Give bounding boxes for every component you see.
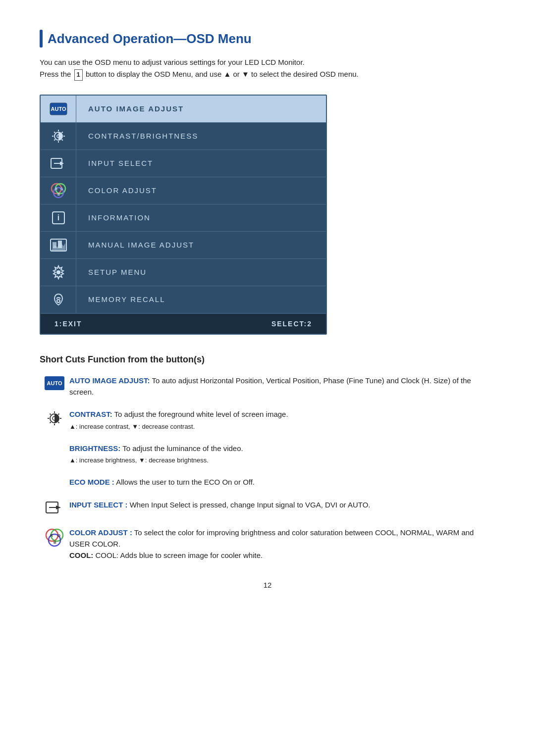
shortcut-input-icon	[40, 499, 69, 516]
osd-icon-info: i	[41, 204, 76, 231]
svg-point-28	[57, 300, 60, 302]
section-title-container: Advanced Operation—OSD Menu	[40, 30, 495, 48]
title-accent-bar	[40, 30, 43, 48]
osd-label-setup: SETUP MENU	[76, 268, 326, 276]
shortcut-contrast-icon-svg	[46, 409, 63, 427]
svg-line-36	[50, 414, 51, 415]
shortcut-brightness-extra: ▲: increase brightness, ▼: decrease brig…	[69, 456, 209, 464]
osd-icon-input	[41, 150, 76, 177]
shortcut-contrast: CONTRAST: To adjust the foreground white…	[40, 408, 495, 432]
section-title: Advanced Operation—OSD Menu	[48, 31, 252, 47]
osd-icon-manual	[41, 232, 76, 258]
shortcut-brightness-icon	[40, 443, 69, 444]
osd-label-color: COLOR ADJUST	[76, 186, 326, 195]
shortcut-contrast-label: CONTRAST:	[69, 410, 112, 418]
shortcut-color: R G B COLOR ADJUST : To select the color…	[40, 527, 495, 561]
intro-text: You can use the OSD menu to adjust vario…	[40, 56, 495, 81]
svg-text:R: R	[55, 187, 57, 191]
shortcut-eco-icon	[40, 476, 69, 477]
shortcut-contrast-icon	[40, 408, 69, 427]
contrast-icon-svg	[51, 128, 66, 144]
svg-line-10	[54, 139, 55, 140]
shortcut-color-label: COLOR ADJUST :	[69, 528, 132, 537]
shortcut-auto-label: AUTO IMAGE ADJUST:	[69, 376, 150, 385]
svg-line-38	[58, 414, 59, 415]
osd-menu-row-setup[interactable]: SETUP MENU	[41, 259, 326, 286]
osd-menu-row-auto[interactable]: AUTO AUTO IMAGE ADJUST	[41, 96, 326, 123]
svg-text:G: G	[57, 533, 60, 538]
shortcut-brightness-desc: To adjust the luminance of the video.	[120, 444, 243, 453]
shortcut-input-icon-svg	[45, 500, 64, 516]
svg-point-27	[56, 270, 60, 274]
shortcut-auto-text: AUTO IMAGE ADJUST: To auto adjust Horizo…	[69, 375, 495, 398]
svg-line-39	[50, 422, 51, 423]
shortcut-color-cool-label: COOL:	[69, 551, 93, 559]
osd-menu-items: AUTO AUTO IMAGE ADJUST	[41, 96, 326, 313]
button-box-1: 1	[74, 69, 83, 81]
shortcut-auto: AUTO AUTO IMAGE ADJUST: To auto adjust H…	[40, 375, 495, 398]
osd-menu-row-color[interactable]: R G B COLOR ADJUST	[41, 177, 326, 204]
osd-label-contrast: CONTRAST/BRIGHTNESS	[76, 132, 326, 140]
shortcut-brightness-label: BRIGHTNESS:	[69, 444, 120, 453]
svg-text:B: B	[57, 193, 60, 196]
osd-footer-exit: 1:EXIT	[54, 320, 82, 328]
shortcut-brightness: BRIGHTNESS: To adjust the luminance of t…	[40, 443, 495, 466]
osd-icon-memory	[41, 286, 76, 313]
osd-label-input: INPUT SELECT	[76, 159, 326, 167]
osd-icon-setup	[41, 259, 76, 286]
shortcut-input-desc: When Input Select is pressed, change Inp…	[128, 501, 371, 509]
osd-menu-row-memory[interactable]: MEMORY RECALL	[41, 286, 326, 313]
shortcut-color-text: COLOR ADJUST : To select the color for i…	[69, 527, 495, 561]
svg-text:B: B	[54, 540, 56, 545]
osd-menu-row-input[interactable]: INPUT SELECT	[41, 150, 326, 177]
setup-icon-svg	[51, 265, 66, 280]
osd-icon-color: R G B	[41, 177, 76, 204]
svg-line-8	[61, 139, 62, 140]
shortcut-color-icon-svg: R G B	[45, 528, 64, 548]
shortcut-eco: ECO MODE : Allows the user to turn the E…	[40, 476, 495, 488]
osd-label-info: INFORMATION	[76, 213, 326, 222]
memory-icon-svg	[51, 292, 66, 307]
osd-label-memory: MEMORY RECALL	[76, 295, 326, 303]
shortcut-auto-icon: AUTO	[40, 375, 69, 391]
svg-line-9	[61, 132, 62, 133]
osd-menu-row-info[interactable]: i INFORMATION	[41, 204, 326, 232]
shortcuts-title: Short Cuts Function from the button(s)	[40, 354, 495, 365]
svg-text:G: G	[60, 187, 63, 191]
shortcut-contrast-text: CONTRAST: To adjust the foreground white…	[69, 408, 495, 432]
osd-footer-select: SELECT:2	[271, 320, 312, 328]
shortcut-eco-desc: Allows the user to turn the ECO On or Of…	[114, 478, 255, 486]
shortcut-input-text: INPUT SELECT : When Input Select is pres…	[69, 499, 495, 510]
osd-icon-contrast	[41, 123, 76, 150]
info-icon-svg: i	[51, 210, 66, 225]
shortcut-color-icon: R G B	[40, 527, 69, 548]
shortcut-brightness-text: BRIGHTNESS: To adjust the luminance of t…	[69, 443, 495, 466]
shortcut-input-label: INPUT SELECT :	[69, 501, 128, 509]
osd-menu: AUTO AUTO IMAGE ADJUST	[40, 95, 327, 335]
osd-icon-auto: AUTO	[41, 96, 76, 122]
osd-label-auto: AUTO IMAGE ADJUST	[76, 104, 326, 113]
shortcuts-section: Short Cuts Function from the button(s) A…	[40, 354, 495, 561]
shortcut-input: INPUT SELECT : When Input Select is pres…	[40, 499, 495, 516]
osd-menu-row-contrast[interactable]: CONTRAST/BRIGHTNESS	[41, 123, 326, 150]
manual-icon-svg	[50, 238, 67, 252]
svg-line-7	[54, 132, 55, 133]
svg-text:i: i	[57, 213, 59, 222]
shortcut-eco-label: ECO MODE :	[69, 478, 114, 486]
shortcut-contrast-extra: ▲: increase contrast, ▼: decrease contra…	[69, 423, 195, 430]
svg-line-37	[58, 422, 59, 423]
auto-icon-svg: AUTO	[50, 102, 67, 115]
svg-text:R: R	[50, 533, 53, 538]
color-icon-svg: R G B	[50, 182, 67, 199]
osd-menu-row-manual[interactable]: MANUAL IMAGE ADJUST	[41, 232, 326, 259]
svg-text:AUTO: AUTO	[47, 380, 62, 386]
osd-label-manual: MANUAL IMAGE ADJUST	[76, 241, 326, 249]
page-number: 12	[40, 581, 495, 589]
shortcut-auto-icon-svg: AUTO	[44, 376, 65, 391]
shortcut-contrast-desc: To adjust the foreground white level of …	[112, 410, 288, 418]
shortcut-eco-text: ECO MODE : Allows the user to turn the E…	[69, 476, 495, 488]
shortcut-color-extra: COOL: COOL: Adds blue to screen image fo…	[69, 551, 263, 559]
svg-text:AUTO: AUTO	[51, 106, 66, 112]
input-icon-svg	[50, 156, 67, 170]
osd-footer-bar: 1:EXIT SELECT:2	[41, 313, 326, 334]
